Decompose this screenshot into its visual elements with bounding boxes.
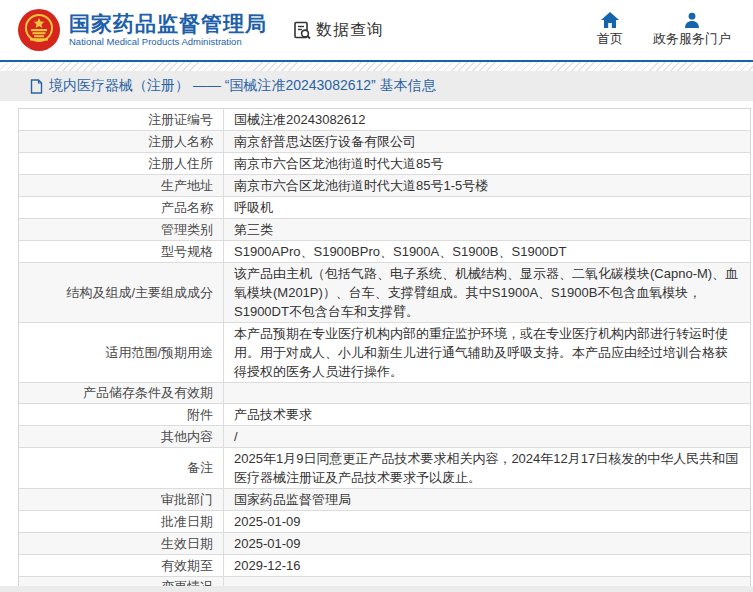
table-row: 注册人住所南京市六合区龙池街道时代大道85号: [19, 153, 750, 175]
page-content: 注册证编号国械注准20243082612注册人名称南京舒普思达医疗设备有限公司注…: [0, 101, 753, 592]
row-value: 2025-01-09: [223, 511, 750, 532]
row-label: 产品储存条件及有效期: [19, 383, 223, 403]
site-header: 国家药品监督管理局 National Medical Products Admi…: [0, 0, 753, 60]
row-value-text: 2025-01-09: [234, 534, 740, 553]
row-label: 注册人住所: [19, 153, 223, 174]
row-value-text: /: [234, 427, 740, 446]
table-row: 生效日期2025-01-09: [19, 533, 750, 555]
row-value: 南京市六合区龙池街道时代大道85号: [223, 153, 750, 174]
table-row: 注册人名称南京舒普思达医疗设备有限公司: [19, 131, 750, 153]
table-row: 审批部门国家药品监督管理局: [19, 489, 750, 511]
row-value: S1900APro、S1900BPro、S1900A、S1900B、S1900D…: [223, 241, 750, 262]
registration-info-table: 注册证编号国械注准20243082612注册人名称南京舒普思达医疗设备有限公司注…: [18, 108, 751, 592]
row-value-text: 国械注准20243082612: [234, 110, 740, 129]
row-label: 产品名称: [19, 197, 223, 218]
nav-home[interactable]: 首页: [597, 12, 623, 48]
data-query-button[interactable]: 数据查询: [293, 20, 384, 41]
row-value-text: 第三类: [234, 220, 740, 239]
row-label: 生产地址: [19, 175, 223, 196]
row-value: 呼吸机: [223, 197, 750, 218]
row-value: 国家药品监督管理局: [223, 489, 750, 510]
row-label: 批准日期: [19, 511, 223, 532]
row-value: 2025-01-09: [223, 533, 750, 554]
table-row: 产品储存条件及有效期: [19, 383, 750, 404]
row-label: 注册证编号: [19, 109, 223, 130]
data-query-label: 数据查询: [316, 20, 384, 41]
national-emblem-logo: [18, 9, 60, 51]
table-row: 注册证编号国械注准20243082612: [19, 109, 750, 131]
row-value: 该产品由主机（包括气路、电子系统、机械结构、显示器、二氧化碳模块(Capno-M…: [223, 263, 750, 322]
row-label: 适用范围/预期用途: [19, 323, 223, 382]
row-value: 2029-12-16: [223, 555, 750, 576]
row-value-text: S1900APro、S1900BPro、S1900A、S1900B、S1900D…: [234, 242, 740, 261]
row-value: 南京舒普思达医疗设备有限公司: [223, 131, 750, 152]
table-row: 型号规格S1900APro、S1900BPro、S1900A、S1900B、S1…: [19, 241, 750, 263]
table-row: 生产地址南京市六合区龙池街道时代大道85号1-5号楼: [19, 175, 750, 197]
table-row: 备注2025年1月9日同意更正产品技术要求相关内容，2024年12月17日核发的…: [19, 448, 750, 489]
document-icon: [30, 79, 43, 94]
hatch-divider: [0, 62, 753, 71]
row-value-text: 2029-12-16: [234, 556, 740, 575]
row-value-text: 该产品由主机（包括气路、电子系统、机械结构、显示器、二氧化碳模块(Capno-M…: [234, 264, 740, 321]
table-row: 附件产品技术要求: [19, 404, 750, 426]
row-value-text: 国家药品监督管理局: [234, 490, 740, 509]
row-value-text: 产品技术要求: [234, 405, 740, 424]
row-value-text: 南京市六合区龙池街道时代大道85号: [234, 154, 740, 173]
breadcrumb-bar: 境内医疗器械（注册） —— “国械注准20243082612” 基本信息: [0, 71, 753, 101]
row-value: 本产品预期在专业医疗机构内部的重症监护环境，或在专业医疗机构内部进行转运时使用。…: [223, 323, 750, 382]
row-value: 南京市六合区龙池街道时代大道85号1-5号楼: [223, 175, 750, 196]
row-label: 结构及组成/主要组成成分: [19, 263, 223, 322]
table-row: 其他内容/: [19, 426, 750, 448]
row-label: 注册人名称: [19, 131, 223, 152]
row-label: 备注: [19, 448, 223, 488]
top-nav: 首页 政务服务门户: [597, 12, 735, 48]
row-value: 2025年1月9日同意更正产品技术要求相关内容，2024年12月17日核发的中华…: [223, 448, 750, 488]
site-title-block: 国家药品监督管理局 National Medical Products Admi…: [69, 12, 267, 48]
bottom-strip: [0, 586, 753, 592]
row-value: /: [223, 426, 750, 447]
row-label: 型号规格: [19, 241, 223, 262]
row-label: 生效日期: [19, 533, 223, 554]
row-label: 其他内容: [19, 426, 223, 447]
table-row: 管理类别第三类: [19, 219, 750, 241]
row-value-text: 2025年1月9日同意更正产品技术要求相关内容，2024年12月17日核发的中华…: [234, 449, 740, 487]
home-icon: [601, 12, 619, 28]
site-subtitle: National Medical Products Administration: [69, 37, 267, 47]
row-label: 有效期至: [19, 555, 223, 576]
row-label: 管理类别: [19, 219, 223, 240]
nav-home-label: 首页: [597, 30, 623, 48]
breadcrumb: 境内医疗器械（注册） —— “国械注准20243082612” 基本信息: [49, 77, 436, 95]
row-value: 第三类: [223, 219, 750, 240]
table-row: 批准日期2025-01-09: [19, 511, 750, 533]
user-icon: [684, 12, 700, 28]
table-row: 结构及组成/主要组成成分该产品由主机（包括气路、电子系统、机械结构、显示器、二氧…: [19, 263, 750, 323]
row-value-text: 南京舒普思达医疗设备有限公司: [234, 132, 740, 151]
row-label: 附件: [19, 404, 223, 425]
row-value: [223, 383, 750, 403]
row-value-text: 南京市六合区龙池街道时代大道85号1-5号楼: [234, 176, 740, 195]
nav-gov-portal-label: 政务服务门户: [653, 30, 731, 48]
row-value: 产品技术要求: [223, 404, 750, 425]
row-label: 审批部门: [19, 489, 223, 510]
data-query-icon: [293, 21, 312, 40]
site-title: 国家药品监督管理局: [69, 12, 267, 35]
nav-gov-portal[interactable]: 政务服务门户: [653, 12, 731, 48]
row-value-text: 本产品预期在专业医疗机构内部的重症监护环境，或在专业医疗机构内部进行转运时使用。…: [234, 324, 740, 381]
table-row: 适用范围/预期用途本产品预期在专业医疗机构内部的重症监护环境，或在专业医疗机构内…: [19, 323, 750, 383]
table-row: 产品名称呼吸机: [19, 197, 750, 219]
row-value-text: 呼吸机: [234, 198, 740, 217]
table-row: 有效期至2029-12-16: [19, 555, 750, 577]
row-value: 国械注准20243082612: [223, 109, 750, 130]
row-value-text: 2025-01-09: [234, 512, 740, 531]
